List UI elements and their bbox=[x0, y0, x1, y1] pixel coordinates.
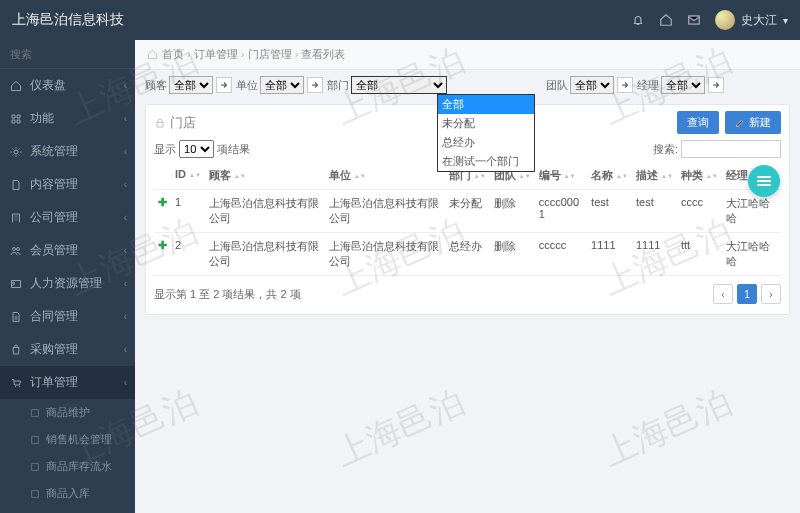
sidebar-subitem[interactable]: 商品维护 bbox=[0, 399, 135, 426]
cell-kind: cccc bbox=[677, 190, 722, 233]
sidebar-item[interactable]: 内容管理‹ bbox=[0, 168, 135, 201]
cell-unit: 上海邑泊信息科技有限公司 bbox=[325, 190, 445, 233]
sidebar-item[interactable]: 功能‹ bbox=[0, 102, 135, 135]
filter-manager-select[interactable]: 全部 bbox=[661, 76, 705, 94]
svg-rect-5 bbox=[32, 490, 39, 497]
filter-customer-go[interactable] bbox=[216, 77, 232, 93]
sidebar-subitem[interactable]: 商品入库 bbox=[0, 480, 135, 507]
user-name: 史大江 bbox=[741, 12, 777, 29]
sidebar-item-label: 合同管理 bbox=[30, 308, 78, 325]
cell-team: 删除 bbox=[490, 233, 535, 276]
sidebar-subitem-label: 商品库存流水 bbox=[46, 459, 112, 474]
mail-icon[interactable] bbox=[687, 13, 701, 27]
cell-desc: 1111 bbox=[632, 233, 677, 276]
sidebar-item-label: 内容管理 bbox=[30, 176, 78, 193]
svg-rect-11 bbox=[157, 122, 163, 127]
sort-icon: ▲▼ bbox=[354, 174, 366, 179]
filter-customer-select[interactable]: 全部 bbox=[169, 76, 213, 94]
sidebar-item[interactable]: 订单管理‹ bbox=[0, 366, 135, 399]
column-header[interactable]: 编号▲▼ bbox=[535, 162, 587, 190]
breadcrumb-item: 查看列表 bbox=[301, 48, 345, 60]
sidebar-item[interactable]: 人力资源管理‹ bbox=[0, 267, 135, 300]
sidebar-search-input[interactable] bbox=[10, 48, 135, 60]
sidebar-item[interactable]: 合同管理‹ bbox=[0, 300, 135, 333]
filter-unit-select[interactable]: 全部 bbox=[260, 76, 304, 94]
cell-unit: 上海邑泊信息科技有限公司 bbox=[325, 233, 445, 276]
sidebar-item[interactable]: 公司管理‹ bbox=[0, 201, 135, 234]
sidebar-item-label: 会员管理 bbox=[30, 242, 78, 259]
card-title: 门店 bbox=[154, 114, 196, 132]
dot-icon bbox=[30, 489, 40, 499]
dot-icon bbox=[30, 408, 40, 418]
query-button[interactable]: 查询 bbox=[677, 111, 719, 134]
cell-name: 1111 bbox=[587, 233, 632, 276]
breadcrumb-home-icon[interactable] bbox=[147, 49, 158, 60]
sidebar-subitem[interactable]: 销售机会管理 bbox=[0, 426, 135, 453]
pager-page[interactable]: 1 bbox=[737, 284, 757, 304]
filter-manager: 经理 全部 bbox=[637, 76, 724, 94]
expand-icon[interactable]: ✚ bbox=[154, 233, 171, 276]
brand-title: 上海邑泊信息科技 bbox=[12, 11, 124, 29]
file-icon bbox=[10, 311, 22, 323]
bag-icon bbox=[10, 344, 22, 356]
dept-option[interactable]: 未分配 bbox=[438, 114, 534, 133]
home-icon[interactable] bbox=[659, 13, 673, 27]
filter-unit-go[interactable] bbox=[307, 77, 323, 93]
avatar bbox=[715, 10, 735, 30]
filter-bar: 顾客 全部 单位 全部 部门 全部 团队 全部 经理 全部 全部 未分配 bbox=[135, 70, 800, 100]
pager-next[interactable]: › bbox=[761, 284, 781, 304]
column-header[interactable]: ID▲▼ bbox=[171, 162, 205, 190]
breadcrumb-item[interactable]: 首页 bbox=[162, 48, 184, 60]
filter-dept-select[interactable]: 全部 bbox=[351, 76, 447, 94]
dept-option[interactable]: 全部 bbox=[438, 95, 534, 114]
sidebar: 仪表盘‹功能‹系统管理‹内容管理‹公司管理‹会员管理‹人力资源管理‹合同管理‹采… bbox=[0, 40, 135, 513]
cell-name: test bbox=[587, 190, 632, 233]
lock-icon bbox=[154, 117, 166, 129]
breadcrumb-item[interactable]: 门店管理 bbox=[248, 48, 292, 60]
breadcrumb-item[interactable]: 订单管理 bbox=[194, 48, 238, 60]
cell-manager: 大江哈哈哈 bbox=[722, 233, 781, 276]
sidebar-item[interactable]: 系统管理‹ bbox=[0, 135, 135, 168]
sidebar-item[interactable]: 仪表盘‹ bbox=[0, 69, 135, 102]
sidebar-subitem[interactable]: 商品库存流水 bbox=[0, 453, 135, 480]
filter-manager-go[interactable] bbox=[708, 77, 724, 93]
dot-icon bbox=[30, 462, 40, 472]
sidebar-item[interactable]: 会员管理‹ bbox=[0, 234, 135, 267]
expand-icon[interactable]: ✚ bbox=[154, 190, 171, 233]
column-header[interactable]: 种类▲▼ bbox=[677, 162, 722, 190]
sort-icon: ▲▼ bbox=[234, 174, 246, 179]
filter-team-go[interactable] bbox=[617, 77, 633, 93]
chevron-down-icon: ▾ bbox=[783, 15, 788, 26]
table-row: ✚1上海邑泊信息科技有限公司上海邑泊信息科技有限公司未分配删除cccc0001t… bbox=[154, 190, 781, 233]
fab-menu[interactable] bbox=[748, 165, 780, 197]
sidebar-subitem[interactable]: 订单录入 bbox=[0, 507, 135, 513]
new-button[interactable]: 新建 bbox=[725, 111, 781, 134]
filter-dept: 部门 全部 bbox=[327, 76, 447, 94]
pager-prev[interactable]: ‹ bbox=[713, 284, 733, 304]
sort-icon: ▲▼ bbox=[474, 174, 486, 179]
chevron-left-icon: ‹ bbox=[124, 311, 127, 322]
column-header[interactable]: 单位▲▼ bbox=[325, 162, 445, 190]
dept-option[interactable]: 总经办 bbox=[438, 133, 534, 152]
filter-team-select[interactable]: 全部 bbox=[570, 76, 614, 94]
sort-icon: ▲▼ bbox=[189, 173, 201, 178]
dept-option[interactable]: 在测试一个部门 bbox=[438, 152, 534, 171]
sort-icon: ▲▼ bbox=[519, 174, 531, 179]
page-size-select[interactable]: 10 bbox=[179, 140, 214, 158]
sidebar-item-label: 订单管理 bbox=[30, 374, 78, 391]
cell-dept: 总经办 bbox=[445, 233, 490, 276]
building-icon bbox=[10, 212, 22, 224]
cell-kind: ttt bbox=[677, 233, 722, 276]
bell-icon[interactable] bbox=[631, 13, 645, 27]
column-header[interactable]: 描述▲▼ bbox=[632, 162, 677, 190]
sidebar-item-label: 系统管理 bbox=[30, 143, 78, 160]
sidebar-item-label: 功能 bbox=[30, 110, 54, 127]
column-header[interactable] bbox=[154, 162, 171, 190]
breadcrumb: 首页 › 订单管理 › 门店管理 › 查看列表 bbox=[135, 40, 800, 70]
column-header[interactable]: 名称▲▼ bbox=[587, 162, 632, 190]
table-search-input[interactable] bbox=[681, 140, 781, 158]
user-menu[interactable]: 史大江 ▾ bbox=[715, 10, 788, 30]
column-header[interactable]: 顾客▲▼ bbox=[205, 162, 325, 190]
sidebar-item[interactable]: 采购管理‹ bbox=[0, 333, 135, 366]
sort-icon: ▲▼ bbox=[661, 174, 673, 179]
